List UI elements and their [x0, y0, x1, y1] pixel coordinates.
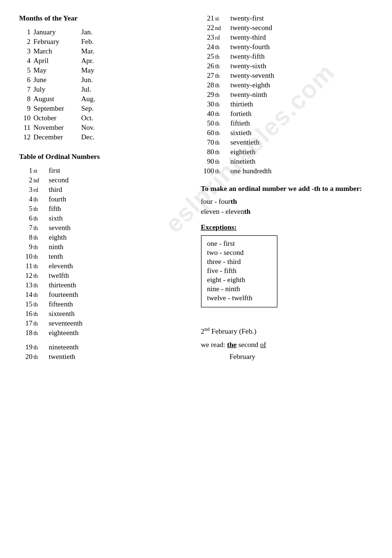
- ord-num: 12: [19, 272, 32, 280]
- ord-word: twenty-seventh: [231, 72, 373, 80]
- right-ordinal-row: 70 th seventieth: [201, 138, 373, 147]
- ordinal-row: 19 th nineteenth: [19, 343, 187, 351]
- ord-num: 50: [201, 119, 214, 127]
- ord-word: fifth: [49, 205, 187, 213]
- month-row: 4 April Apr.: [19, 57, 187, 65]
- the-underlined: the: [227, 341, 236, 348]
- ord-suffix: st: [33, 168, 45, 175]
- ord-suffix: st: [215, 15, 227, 22]
- ord-word: eighth: [49, 233, 187, 242]
- ord-num: 13: [19, 281, 32, 289]
- month-name: January: [33, 28, 81, 36]
- ord-word: twenty-ninth: [231, 91, 373, 99]
- date-line2: we read: the second of: [201, 339, 373, 351]
- ord-num: 29: [201, 91, 214, 99]
- month-abbr: Jun.: [81, 76, 105, 84]
- exception-row: two - second: [207, 249, 271, 257]
- rule-title: To make an ordinal number we add -th to …: [201, 185, 373, 193]
- ord-word: fourth: [49, 195, 187, 203]
- ord-word: seventieth: [231, 138, 373, 147]
- month-abbr: Jan.: [81, 28, 105, 36]
- ord-suffix: th: [215, 120, 227, 127]
- month-name: September: [33, 105, 81, 113]
- ordinal-row: 1 st first: [19, 167, 187, 175]
- ord-suffix: nd: [33, 177, 45, 184]
- rule-section: To make an ordinal number we add -th to …: [201, 185, 373, 216]
- ord-suffix: th: [215, 158, 227, 166]
- month-abbr: Dec.: [81, 133, 105, 141]
- month-num: 2: [19, 38, 31, 46]
- ordinal-row: 2 nd second: [19, 176, 187, 184]
- ord-suffix: nd: [215, 25, 227, 32]
- month-name: December: [33, 133, 81, 141]
- ord-word: fiftieth: [231, 119, 373, 127]
- exception-row: twelve - twelfth: [207, 294, 271, 302]
- exception-row: three - third: [207, 258, 271, 266]
- ord-num: 28: [201, 81, 214, 89]
- month-name: July: [33, 85, 81, 94]
- month-abbr: Feb.: [81, 38, 105, 46]
- ord-num: 6: [19, 214, 32, 222]
- ord-num: 25: [201, 53, 214, 61]
- months-list: 1 January Jan. 2 February Feb. 3 March M…: [19, 28, 187, 141]
- month-row: 9 September Sep.: [19, 105, 187, 113]
- ordinal-title: Table of Ordinal Numbers: [19, 153, 187, 161]
- exceptions-box: one - firsttwo - secondthree - thirdfive…: [201, 235, 277, 307]
- months-title: Months of the Year: [19, 14, 187, 22]
- ord-num: 21: [201, 14, 214, 22]
- ord-word: twelfth: [49, 272, 187, 280]
- ord-word: nineteenth: [49, 343, 187, 351]
- exception-row: eight - eighth: [207, 276, 271, 284]
- ord-suffix: th: [215, 73, 227, 80]
- ord-suffix: th: [33, 263, 45, 270]
- month-row: 10 October Oct.: [19, 114, 187, 122]
- ord-num: 23: [201, 33, 214, 42]
- ord-suffix: th: [33, 225, 45, 232]
- right-column: 21 st twenty-first 22 nd twenty-second 2…: [196, 14, 373, 363]
- right-ordinal-row: 40 th fortieth: [201, 110, 373, 118]
- exceptions-section: Exceptions: one - firsttwo - secondthree…: [201, 223, 373, 317]
- rule-example-1: four - fourth: [201, 198, 373, 206]
- month-name: April: [33, 57, 81, 65]
- ord-word: twentieth: [49, 353, 187, 361]
- month-row: 12 December Dec.: [19, 133, 187, 141]
- ord-word: twenty-sixth: [231, 62, 373, 70]
- ordinal-row: 3 rd third: [19, 186, 187, 194]
- month-name: November: [33, 124, 81, 132]
- ord-suffix: th: [33, 311, 45, 318]
- ord-num: 10: [19, 253, 32, 261]
- ord-word: twenty-third: [231, 33, 373, 42]
- month-abbr: Apr.: [81, 57, 105, 65]
- right-ordinal-row: 24 th twenty-fourth: [201, 43, 373, 51]
- ordinal-row: 9 th ninth: [19, 243, 187, 251]
- month-num: 6: [19, 76, 31, 84]
- ord-word: twenty-fifth: [231, 53, 373, 61]
- right-ordinal-row: 22 nd twenty-second: [201, 24, 373, 32]
- month-name: June: [33, 76, 81, 84]
- month-abbr: Mar.: [81, 47, 105, 55]
- month-name: August: [33, 95, 81, 103]
- month-num: 5: [19, 66, 31, 74]
- ord-num: 90: [201, 158, 214, 166]
- date-line3: February: [201, 351, 373, 363]
- ord-suffix: th: [33, 273, 45, 280]
- ord-word: eighteenth: [49, 329, 187, 337]
- month-name: March: [33, 47, 81, 55]
- ord-suffix: th: [33, 215, 45, 222]
- month-num: 3: [19, 47, 31, 55]
- ord-num: 24: [201, 43, 214, 51]
- ord-word: eightieth: [231, 148, 373, 156]
- ord-num: 40: [201, 110, 214, 118]
- right-ordinal-row: 28 th twenty-eighth: [201, 81, 373, 89]
- ordinal-row: 8 th eighth: [19, 233, 187, 242]
- ord-num: 80: [201, 148, 214, 156]
- ord-suffix: th: [215, 53, 227, 61]
- ord-num: 70: [201, 138, 214, 147]
- exception-row: one - first: [207, 240, 271, 248]
- month-row: 3 March Mar.: [19, 47, 187, 55]
- month-num: 1: [19, 28, 31, 36]
- ord-num: 4: [19, 195, 32, 203]
- ord-suffix: th: [33, 354, 45, 361]
- ord-num: 3: [19, 186, 32, 194]
- month-num: 11: [19, 124, 31, 132]
